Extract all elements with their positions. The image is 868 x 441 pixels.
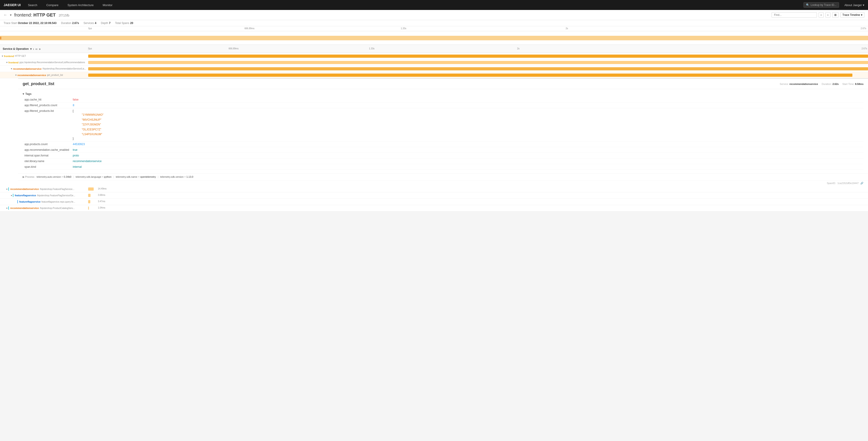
collapse-all-button[interactable]: ▾ — [30, 47, 32, 51]
trace-service: frontend: — [14, 12, 32, 18]
back-button[interactable]: ← — [4, 13, 7, 17]
lower-span-row-2[interactable]: ▾ featureflagservice featureflagservice.… — [0, 199, 868, 205]
trace-timeline-button[interactable]: Trace Timeline ▾ — [840, 12, 864, 18]
nav-compare[interactable]: Compare — [44, 2, 60, 8]
span-chevron-0[interactable]: ▾ — [2, 55, 3, 57]
span-operation-1: grpc.hipstershop.RecommendationService/L… — [20, 61, 85, 64]
lower-span-row-0[interactable]: ▾ recommendationservice /hipstershop.Fea… — [0, 186, 868, 193]
lower-span-operation-1: /hipstershop.FeatureFlagService/Ge... — [37, 194, 75, 197]
settings-button[interactable]: ⊞ — [832, 12, 839, 18]
collapse-one-button[interactable]: ‹‹ — [35, 47, 37, 51]
tag-row-2: app.filtered_products.list [ "1YMWWN1N4O… — [23, 108, 864, 142]
lower-span-timeline-0: 14.49ms — [88, 186, 868, 192]
trace-header-right: ‹ › ⊞ Trace Timeline ▾ — [772, 12, 864, 18]
span-timeline-0 — [88, 53, 868, 59]
lower-span-row-3[interactable]: ▾ recommendationservice /hipstershop.Pro… — [0, 205, 868, 211]
detail-duration: Duration: 2.62s — [822, 83, 839, 85]
detail-panel: get_product_list Service: recommendation… — [18, 78, 868, 186]
span-row-2[interactable]: ▾ recommendationservice /hipstershop.Rec… — [0, 66, 868, 72]
lower-span-timeline-2: 3.47ms — [88, 199, 868, 205]
trace-id-placeholder: Lookup by Trace ID... — [811, 3, 837, 6]
expand-all-button[interactable]: » — [39, 47, 41, 51]
find-input[interactable] — [772, 12, 817, 18]
nav-monitor[interactable]: Monitor — [101, 2, 114, 8]
span-service-2: recommendationservice — [13, 67, 42, 70]
tag-key-3: app.products.count — [23, 141, 71, 147]
span-timeline-1 — [88, 59, 868, 66]
nav-search[interactable]: Search — [26, 2, 39, 8]
tag-key-4: app.recommendation.cache_enabled — [23, 147, 71, 153]
next-match-button[interactable]: › — [826, 12, 831, 18]
about-jaeger[interactable]: About Jaeger ▾ — [844, 3, 864, 7]
tl-tick-0: 0μs — [88, 47, 92, 50]
trace-header: ← ▾ frontend: HTTP GET 2f715fb ‹ › ⊞ Tra… — [0, 10, 868, 20]
lower-span-label-1: ▾ featureflagservice /hipstershop.Featur… — [0, 194, 88, 197]
prev-match-button[interactable]: ‹ — [819, 12, 824, 18]
trace-services: Services 4 — [84, 22, 96, 25]
spans-header: Service & Operation ▾ › ‹‹ » 0μs 666.89m… — [0, 45, 868, 53]
tl-tick-1: 666.89ms — [228, 47, 239, 50]
process-toggle[interactable]: ▶ Process: — [23, 175, 35, 178]
tag-key-2: app.filtered_products.list — [23, 108, 71, 142]
lower-span-operation-3: /hipstershop.ProductCatalogServ... — [40, 207, 75, 209]
tag-val-3: 44530923 — [71, 141, 864, 147]
expand-one-button[interactable]: › — [33, 47, 34, 51]
tags-table: app.cache_hit false app.filtered_product… — [23, 97, 864, 170]
lower-span-chevron-1[interactable]: ▾ — [11, 194, 12, 197]
tags-toggle[interactable]: ▾ Tags — [23, 91, 864, 97]
span-chevron-3[interactable]: ▾ — [16, 74, 17, 76]
tag-val-4: true — [71, 147, 864, 153]
span-operation-2: /hipstershop.RecommendationService/Lis..… — [42, 67, 86, 70]
chevron-down-icon: ▾ — [23, 92, 24, 95]
tag-key-7: span.kind — [23, 164, 71, 170]
nav-system-architecture[interactable]: System Architecture — [66, 2, 95, 8]
tag-row-6: otel.library.name recommendationservice — [23, 158, 864, 164]
span-row-0[interactable]: ▾ frontend HTTP GET — [0, 53, 868, 59]
top-nav: JAEGER UI Search Compare System Architec… — [0, 0, 868, 10]
tl-tick-4: 2.67s — [862, 47, 867, 50]
tag-val-0: false — [71, 97, 864, 102]
lower-span-duration-1: 3.68ms — [98, 194, 105, 196]
span-label-0: ▾ frontend HTTP GET — [0, 55, 88, 58]
detail-meta: Service: recommendationservice Duration:… — [780, 83, 864, 85]
tl-tick-2: 1.33s — [369, 47, 374, 50]
span-row-1[interactable]: ▾ frontend grpc.hipstershop.Recommendati… — [0, 59, 868, 66]
tags-section: ▾ Tags app.cache_hit false app.filtered_… — [18, 89, 868, 173]
mini-map[interactable] — [0, 31, 868, 45]
tag-key-6: otel.library.name — [23, 158, 71, 164]
tag-row-4: app.recommendation.cache_enabled true — [23, 147, 864, 153]
lower-span-label-2: ▾ featureflagservice featureflagservice.… — [0, 200, 88, 203]
detail-service: Service: recommendationservice — [780, 83, 818, 85]
lower-span-timeline-1: 3.68ms — [88, 192, 868, 199]
lower-span-chevron-0[interactable]: ▾ — [6, 188, 7, 190]
span-service-1: frontend — [8, 61, 19, 64]
spans-header-timeline: 0μs 666.89ms 1.33s 2s 2.67s — [88, 45, 868, 53]
ruler-tick-0: 0μs — [88, 27, 92, 30]
tag-val-5: proto — [71, 153, 864, 158]
tag-row-0: app.cache_hit false — [23, 97, 864, 102]
lower-span-bar-2 — [88, 200, 90, 203]
tag-val-2: [ "1YMWWN1N4O""66VCHSJNUP""22YFJ3GM2N""O… — [71, 108, 864, 142]
tag-key-1: app.filtered_products.count — [23, 102, 71, 108]
lower-span-chevron-3[interactable]: ▾ — [6, 207, 7, 209]
trace-depth: Depth 7 — [101, 22, 111, 25]
collapse-button[interactable]: ▾ — [10, 13, 11, 17]
lower-span-bar-1 — [88, 194, 91, 197]
span-row-3[interactable]: ▾ recommendationservice get_product_list — [0, 72, 868, 78]
trace-id-search[interactable]: 🔍 Lookup by Trace ID... — [804, 2, 839, 8]
lower-span-row-1[interactable]: ▾ featureflagservice /hipstershop.Featur… — [0, 193, 868, 199]
vert-line-0 — [8, 187, 9, 190]
trace-start: Trace Start October 22 2022, 22:10:09.54… — [4, 22, 57, 25]
lower-span-timeline-3: 1.04ms — [88, 205, 868, 211]
tl-tick-3: 2s — [517, 47, 520, 50]
span-chevron-2[interactable]: ▾ — [11, 67, 12, 70]
tag-val-6: recommendationservice — [71, 158, 864, 164]
vert-line-1 — [13, 194, 13, 197]
link-icon[interactable]: 🔗 — [860, 182, 864, 184]
lower-span-bar-3 — [88, 206, 89, 210]
span-chevron-1[interactable]: ▾ — [6, 61, 7, 64]
tag-row-3: app.products.count 44530923 — [23, 141, 864, 147]
ruler-tick-4: 2.67s — [861, 27, 866, 30]
span-label-3: ▾ recommendationservice get_product_list — [0, 74, 88, 77]
spans-area: Service & Operation ▾ › ‹‹ » 0μs 666.89m… — [0, 45, 868, 211]
